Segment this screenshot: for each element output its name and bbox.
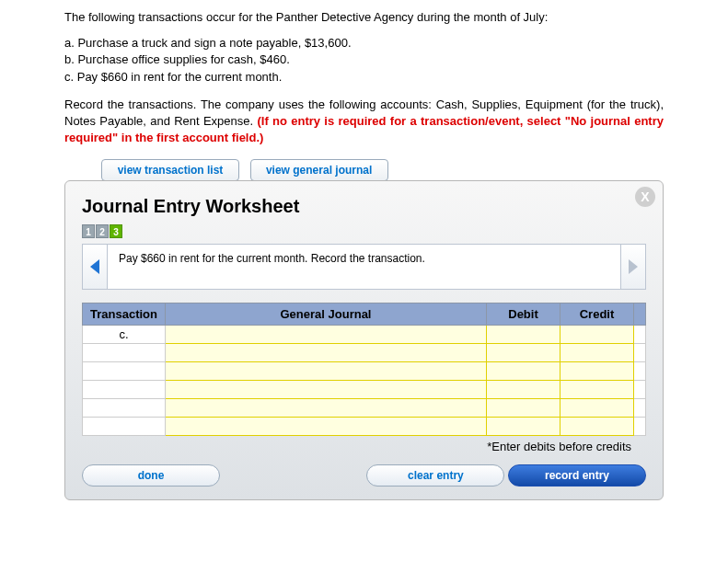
view-transaction-list-button[interactable]: view transaction list xyxy=(101,159,239,181)
svg-marker-1 xyxy=(629,259,638,274)
cell-spacer xyxy=(634,362,646,381)
prev-arrow-button[interactable] xyxy=(82,244,108,290)
header-debit: Debit xyxy=(487,303,560,326)
cell-trans-label xyxy=(83,381,166,399)
chevron-right-icon xyxy=(627,258,640,275)
header-general-journal: General Journal xyxy=(166,303,487,326)
debits-before-credits-note: *Enter debits before credits xyxy=(82,440,646,453)
journal-table: Transaction General Journal Debit Credit… xyxy=(82,303,646,436)
header-credit: Credit xyxy=(560,303,634,326)
cell-debit-input[interactable] xyxy=(487,326,560,344)
cell-credit-input[interactable] xyxy=(560,326,634,344)
done-button[interactable]: done xyxy=(82,464,220,487)
cell-account-input[interactable] xyxy=(166,381,487,399)
cell-trans-label xyxy=(83,399,166,418)
cell-credit-input[interactable] xyxy=(560,418,634,436)
item-c: c. Pay $660 in rent for the current mont… xyxy=(64,69,664,86)
item-a: a. Purchase a truck and sign a note paya… xyxy=(64,35,664,52)
cell-trans-label xyxy=(83,418,166,436)
record-entry-button[interactable]: record entry xyxy=(508,464,646,487)
cell-debit-input[interactable] xyxy=(487,418,560,436)
step-1[interactable]: 1 xyxy=(82,224,95,238)
table-row xyxy=(83,418,646,436)
cell-account-input[interactable] xyxy=(166,344,487,362)
cell-spacer xyxy=(634,418,646,436)
cell-debit-input[interactable] xyxy=(487,381,560,399)
cell-spacer xyxy=(634,381,646,399)
instr-lead: Record the transactions. xyxy=(64,97,201,111)
cell-account-input[interactable] xyxy=(166,326,487,344)
step-2[interactable]: 2 xyxy=(96,224,109,238)
cell-credit-input[interactable] xyxy=(560,381,634,399)
step-indicator: 123 xyxy=(82,224,646,238)
table-row xyxy=(83,362,646,381)
cell-trans-label: c. xyxy=(83,326,166,344)
next-arrow-button[interactable] xyxy=(620,244,646,290)
clear-entry-button[interactable]: clear entry xyxy=(366,464,504,487)
cell-debit-input[interactable] xyxy=(487,344,560,362)
cell-account-input[interactable] xyxy=(166,399,487,418)
transaction-prompt: Pay $660 in rent for the current month. … xyxy=(108,244,620,290)
cell-spacer xyxy=(634,344,646,362)
cell-debit-input[interactable] xyxy=(487,399,560,418)
cell-spacer xyxy=(634,399,646,418)
table-row xyxy=(83,399,646,418)
cell-credit-input[interactable] xyxy=(560,362,634,381)
close-icon[interactable]: X xyxy=(635,187,655,207)
cell-credit-input[interactable] xyxy=(560,344,634,362)
cell-account-input[interactable] xyxy=(166,418,487,436)
table-row xyxy=(83,381,646,399)
cell-credit-input[interactable] xyxy=(560,399,634,418)
chevron-left-icon xyxy=(88,258,101,275)
cell-trans-label xyxy=(83,344,166,362)
header-spacer xyxy=(634,303,646,326)
svg-marker-0 xyxy=(90,259,99,274)
cell-account-input[interactable] xyxy=(166,362,487,381)
cell-spacer xyxy=(634,326,646,344)
intro-text: The following transactions occur for the… xyxy=(64,9,664,26)
header-transaction: Transaction xyxy=(83,303,166,326)
worksheet-title: Journal Entry Worksheet xyxy=(82,196,646,217)
cell-debit-input[interactable] xyxy=(487,362,560,381)
table-row xyxy=(83,344,646,362)
table-row: c. xyxy=(83,326,646,344)
cell-trans-label xyxy=(83,362,166,381)
worksheet-panel: X Journal Entry Worksheet 123 Pay $660 i… xyxy=(64,180,664,500)
item-b: b. Purchase office supplies for cash, $4… xyxy=(64,52,664,68)
view-general-journal-button[interactable]: view general journal xyxy=(250,159,388,181)
step-3[interactable]: 3 xyxy=(110,224,122,238)
